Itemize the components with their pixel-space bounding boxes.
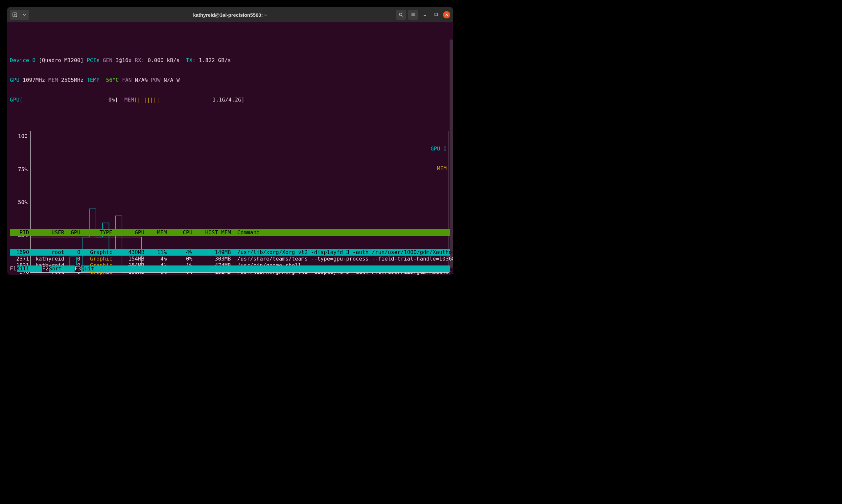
header-line-2: GPU 1097MHz MEM 2505MHz TEMP 56°C FAN N/… (10, 77, 450, 84)
titlebar: kathyreid@3ai-precision5500: ~ (7, 7, 453, 22)
close-button[interactable] (443, 11, 450, 18)
f1-action[interactable]: Kill (17, 266, 42, 272)
header-line-1: Device 0 [Quadro M1200] PCIe GEN 3@16x R… (10, 57, 450, 64)
f3-action[interactable]: Quit (81, 266, 453, 272)
table-header[interactable]: PID USER GPU TYPE GPU MEM CPU HOST MEM C… (10, 229, 450, 236)
new-tab-button[interactable] (10, 10, 20, 20)
search-button[interactable] (396, 10, 406, 20)
terminal-window: kathyreid@3ai-precision5500: ~ (7, 7, 453, 275)
footer-bar: F1Kill F2Sort F3Quit (10, 266, 450, 272)
table-row[interactable]: 1690 root 0 Graphic 430MB 11% 4% 149MB /… (10, 249, 450, 256)
maximize-button[interactable] (432, 12, 441, 18)
table-row[interactable]: 2371 kathyreid 0 Graphic 154MB 4% 0% 303… (10, 256, 450, 262)
header-line-3: GPU[0%] MEM[|||||||1.1G/4.2G] (10, 96, 450, 103)
f3-key: F3 (75, 266, 82, 272)
svg-point-1 (399, 13, 402, 16)
window-title: kathyreid@3ai-precision5500: ~ (7, 12, 453, 18)
hamburger-menu-button[interactable] (408, 10, 418, 20)
tab-menu-button[interactable] (19, 10, 29, 20)
svg-rect-2 (435, 13, 437, 16)
terminal-body[interactable]: Device 0 [Quadro M1200] PCIe GEN 3@16x R… (7, 22, 453, 275)
f2-key: F2 (42, 266, 49, 272)
f2-action[interactable]: Sort (49, 266, 75, 272)
f1-key: F1 (10, 266, 17, 272)
minimize-button[interactable] (421, 12, 429, 18)
